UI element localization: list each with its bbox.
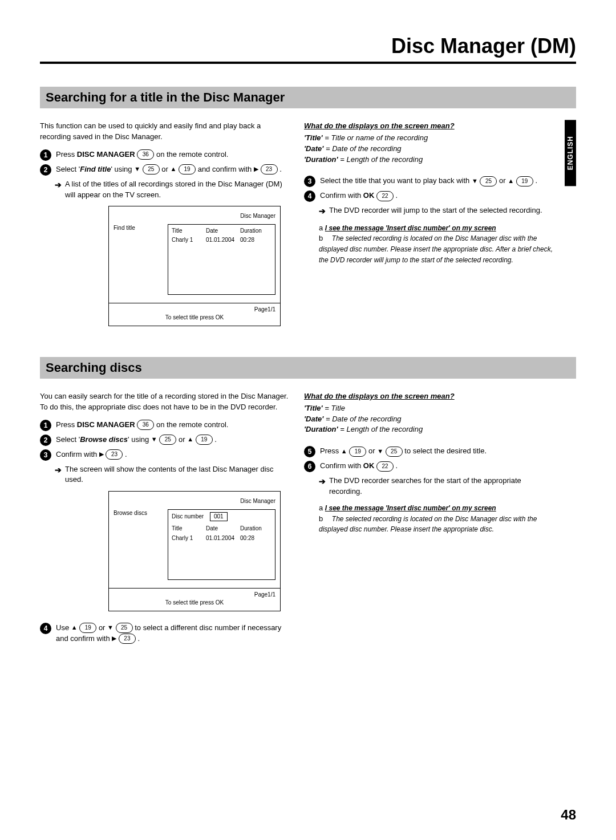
remote-key-icon: 23 — [106, 449, 123, 460]
heading-rule — [40, 62, 576, 64]
section-a-right-column: What do the displays on the screen mean?… — [304, 121, 576, 338]
remote-key-icon: 19 — [79, 623, 96, 633]
remote-key-icon: 25 — [159, 435, 176, 445]
step-number-icon: 6 — [304, 461, 315, 472]
step-number-icon: 2 — [40, 164, 51, 176]
step-number-icon: 5 — [304, 446, 315, 457]
step-number-icon: 3 — [40, 449, 51, 461]
step-a1: 1 Press DISC MANAGER 36 on the remote co… — [40, 149, 289, 161]
step-number-icon: 2 — [40, 435, 51, 446]
down-arrow-icon — [377, 447, 383, 456]
info-body: 'Title' = Title 'Date' = Date of the rec… — [304, 403, 553, 436]
result-arrow-icon: ➔ — [319, 205, 329, 217]
up-arrow-icon — [187, 435, 193, 444]
info-heading: What do the displays on the screen mean? — [304, 391, 553, 402]
right-arrow-icon — [99, 450, 104, 459]
result-arrow-icon: ➔ — [55, 179, 65, 190]
step-a1-text: Press DISC MANAGER 36 on the remote cont… — [56, 149, 228, 160]
down-arrow-icon — [107, 623, 114, 632]
step-a2-text: Select 'Find title' using 25 or 19 and c… — [56, 164, 282, 175]
step-b3-sub: ➔ The screen will show the contents of t… — [55, 464, 289, 486]
tv-screen-find-title: Disc Manager Find title Title Date Durat… — [108, 206, 281, 326]
step-b5: 5 Press 19 or 25 to select the desired t… — [304, 446, 553, 457]
step-a2-sub: ➔ A list of the titles of all recordings… — [55, 179, 289, 201]
step-b6-sub: ➔ The DVD recorder searches for the star… — [319, 476, 553, 497]
info-body: 'Title' = Title or name of the recording… — [304, 133, 553, 165]
up-arrow-icon — [508, 177, 514, 186]
remote-key-icon: 25 — [116, 623, 133, 633]
section-heading-search-discs: Searching discs — [40, 357, 576, 379]
remote-key-icon: 36 — [137, 420, 154, 430]
chapter-title: Disc Manager (DM) — [40, 34, 576, 58]
up-arrow-icon — [71, 623, 78, 632]
step-b6: 6 Confirm with OK 22 . — [304, 461, 553, 472]
remote-key-icon: 19 — [349, 447, 366, 457]
up-arrow-icon — [341, 447, 347, 456]
section-b-intro: You can easily search for the title of a… — [40, 391, 289, 413]
step-a2: 2 Select 'Find title' using 25 or 19 and… — [40, 164, 289, 176]
section-a-intro: This function can be used to quickly and… — [40, 121, 289, 143]
remote-key-icon: 19 — [196, 435, 213, 445]
step-a3-text: Select the title that you want to play b… — [320, 176, 537, 186]
remote-key-icon: 36 — [137, 149, 154, 160]
down-arrow-icon — [134, 165, 140, 174]
trouble-b: a I see the message 'Insert disc number'… — [319, 503, 553, 535]
trouble-a: a I see the message 'Insert disc number'… — [319, 223, 553, 266]
step-number-icon: 1 — [40, 420, 51, 431]
result-arrow-icon: ➔ — [55, 464, 65, 476]
section-heading-search-title: Searching for a title in the Disc Manage… — [40, 87, 576, 108]
section-a-left-column: This function can be used to quickly and… — [40, 121, 289, 338]
remote-key-icon: 22 — [376, 191, 394, 201]
section-b-right-column: What do the displays on the screen mean?… — [304, 391, 576, 648]
remote-key-icon: 19 — [179, 164, 196, 175]
remote-key-icon: 23 — [261, 164, 278, 175]
remote-key-icon: 19 — [516, 176, 533, 186]
step-number-icon: 3 — [304, 176, 315, 187]
remote-key-icon: 25 — [480, 176, 497, 186]
step-b4: 4 Use 19 or 25 to select a different dis… — [40, 623, 289, 644]
right-arrow-icon — [254, 165, 258, 174]
language-tab: ENGLISH — [565, 120, 576, 186]
right-arrow-icon — [112, 634, 116, 643]
step-b2: 2 Select 'Browse discs' using 25 or 19 . — [40, 435, 289, 446]
step-number-icon: 4 — [40, 623, 51, 634]
step-b3: 3 Confirm with 23 . — [40, 449, 289, 461]
page-number: 48 — [561, 807, 576, 823]
remote-key-icon: 25 — [143, 164, 160, 175]
step-number-icon: 1 — [40, 149, 51, 161]
step-number-icon: 4 — [304, 190, 315, 202]
step-b1: 1 Press DISC MANAGER 36 on the remote co… — [40, 420, 289, 431]
step-a4-text: Confirm with OK 22 . — [320, 190, 398, 201]
step-a4-sub: ➔ The DVD recorder will jump to the star… — [319, 205, 553, 217]
down-arrow-icon — [151, 435, 157, 444]
remote-key-icon: 22 — [376, 461, 394, 472]
remote-key-icon: 25 — [386, 447, 403, 457]
step-a3: 3 Select the title that you want to play… — [304, 176, 553, 187]
section-b-left-column: You can easily search for the title of a… — [40, 391, 289, 648]
result-arrow-icon: ➔ — [319, 476, 329, 487]
remote-key-icon: 23 — [119, 634, 136, 644]
step-a4: 4 Confirm with OK 22 . — [304, 190, 553, 202]
down-arrow-icon — [472, 177, 478, 186]
up-arrow-icon — [171, 165, 177, 174]
tv-screen-browse-discs: Disc Manager Browse discs Disc number 00… — [108, 491, 281, 611]
info-heading: What do the displays on the screen mean? — [304, 121, 553, 132]
